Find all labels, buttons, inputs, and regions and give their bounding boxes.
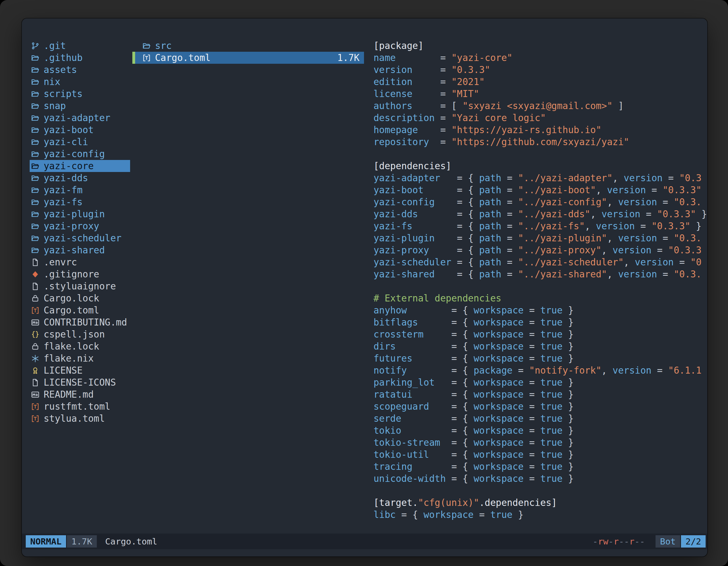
file-row[interactable]: flake.nix [30,352,130,364]
code-line: tokio = { workspace = true } [374,424,707,436]
file-name: rustfmt.toml [44,401,110,412]
file-row[interactable]: .gitignore [30,268,130,280]
code-line: authors = [ "sxyazi <sxyazi@gmail.com>" … [374,100,707,112]
code-line: yazi-plugin = { path = "../yazi-plugin",… [374,232,707,244]
file-row[interactable]: assets [30,64,130,76]
file-name: yazi-boot [44,125,94,135]
file-position-badge: 2/2 [681,535,706,548]
license-icon [30,365,40,375]
file-name: .git [44,40,66,51]
file-name: flake.lock [44,341,99,352]
code-line: tracing = { workspace = true } [374,461,707,473]
file-row[interactable]: .github [30,52,130,64]
folder-icon [30,161,40,171]
file-row[interactable]: Cargo.toml1.7K [132,52,364,64]
file-row[interactable]: snap [30,100,130,112]
toml-icon [30,305,40,315]
file-row[interactable]: LICENSE [30,364,130,376]
file-name: Cargo.lock [44,293,99,304]
code-line [374,485,707,497]
file-row[interactable]: yazi-fs [30,196,130,208]
file-name: yazi-scheduler [44,233,121,244]
file-row[interactable]: yazi-config [30,148,130,160]
folder-icon [30,137,40,147]
file-row[interactable]: yazi-scheduler [30,232,130,244]
file-row[interactable]: yazi-fm [30,184,130,196]
code-line: yazi-shared = { path = "../yazi-shared",… [374,268,707,280]
file-row[interactable]: scripts [30,88,130,100]
status-left: NORMAL 1.7K Cargo.toml [26,535,157,548]
code-line: yazi-adapter = { path = "../yazi-adapter… [374,172,707,184]
file-name: nix [44,76,60,87]
file-name: assets [44,64,77,75]
file-name: yazi-shared [44,245,105,256]
status-right: -rw-r--r-- Bot 2/2 [593,535,706,548]
file-name: yazi-cli [44,137,88,147]
code-line: dirs = { workspace = true } [374,340,707,352]
file-name: yazi-fs [44,197,83,208]
file-name: src [155,40,172,51]
file-name: .envrc [44,257,77,268]
file-row[interactable]: yazi-plugin [30,208,130,220]
code-line: parking_lot = { workspace = true } [374,376,707,388]
current-pane: srcCargo.toml1.7K [132,40,364,534]
git-folder-icon [30,41,40,51]
code-line: libc = { workspace = true } [374,509,707,521]
selection-marker [132,52,135,64]
file-row[interactable]: cspell.json [30,328,130,340]
toml-icon [30,401,40,412]
code-line: notify = { package = "notify-fork", vers… [374,364,707,376]
nix-icon [30,353,40,363]
file-row[interactable]: Cargo.lock [30,292,130,304]
code-line: anyhow = { workspace = true } [374,304,707,316]
code-line: serde = { workspace = true } [374,412,707,424]
file-row[interactable]: rustfmt.toml [30,400,130,412]
lock-icon [30,341,40,351]
preview-pane: [package]name = "yazi-core"version = "0.… [364,40,707,534]
file-row[interactable]: src [132,40,364,52]
json-icon [30,329,40,339]
file-row[interactable]: yazi-cli [30,136,130,148]
file-permissions: -rw-r--r-- [593,536,645,546]
file-size: 1.7K [337,52,360,63]
file-row[interactable]: flake.lock [30,340,130,352]
file-icon [30,281,40,291]
file-name: yazi-fm [44,185,83,196]
file-row[interactable]: CONTRIBUTING.md [30,316,130,328]
file-name: stylua.toml [44,413,105,424]
code-line: name = "yazi-core" [374,52,707,64]
file-row[interactable]: stylua.toml [30,412,130,424]
code-line: bitflags = { workspace = true } [374,316,707,328]
file-row[interactable]: yazi-proxy [30,220,130,232]
file-name: README.md [44,389,94,400]
code-line: license = "MIT" [374,88,707,100]
code-line: yazi-proxy = { path = "../yazi-proxy", v… [374,244,707,256]
folder-icon [142,41,152,51]
file-row[interactable]: yazi-adapter [30,112,130,124]
gitignore-icon [30,269,40,280]
code-line: [package] [374,40,707,52]
file-row[interactable]: .envrc [30,256,130,268]
parent-pane: .git.githubassetsnixscriptssnapyazi-adap… [22,40,132,534]
file-row[interactable]: README.md [30,388,130,400]
file-row[interactable]: yazi-boot [30,124,130,136]
file-row[interactable]: .styluaignore [30,280,130,292]
folder-icon [30,209,40,219]
code-line: repository = "https://github.com/sxyazi/… [374,136,707,148]
file-row[interactable]: LICENSE-ICONS [30,376,130,388]
file-row[interactable]: yazi-core [30,160,130,172]
file-row[interactable]: yazi-dds [30,172,130,184]
file-name: snap [44,100,66,111]
file-name: yazi-config [44,149,105,159]
markdown-icon [30,317,40,327]
file-row[interactable]: yazi-shared [30,244,130,256]
file-row[interactable]: nix [30,76,130,88]
file-row[interactable]: .git [30,40,130,52]
folder-icon [30,245,40,255]
folder-icon [30,221,40,231]
folder-icon [30,77,40,87]
folder-icon [30,89,40,99]
file-row[interactable]: Cargo.toml [30,304,130,316]
code-line: version = "0.3.3" [374,64,707,76]
folder-icon [30,101,40,111]
